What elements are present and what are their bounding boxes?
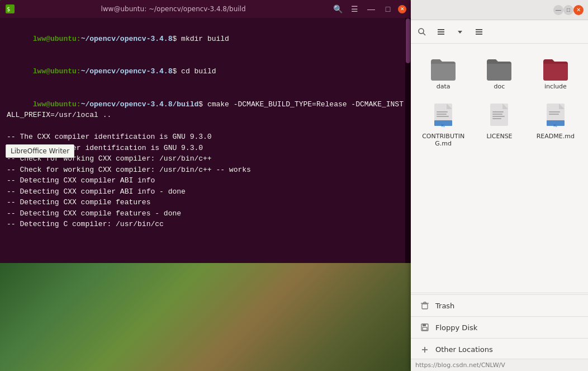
terminal-maximize-button[interactable]: □ [381,2,395,16]
file-item-readme[interactable]: M↓ README.md [530,99,581,152]
svg-line-3 [423,33,425,35]
sidebar-item-trash[interactable]: Trash [411,296,588,315]
sidebar-trash-label: Trash [435,302,454,310]
terminal-body: lww@ubuntu:~/opencv/opencv-3.4.8$ mkdir … [0,18,411,263]
floppy-disk-icon [420,322,430,332]
svg-rect-10 [476,34,482,35]
fm-list-view-button[interactable] [432,23,450,41]
svg-text:M↓: M↓ [442,124,445,128]
sidebar-divider [411,294,588,295]
svg-rect-33 [423,324,426,326]
terminal-line: -- Detecting CXX compile features - done [7,208,404,219]
file-label-include: include [544,83,567,90]
svg-rect-9 [476,31,482,32]
sidebar-floppy-label: Floppy Disk [435,323,477,332]
fm-maximize-button[interactable]: □ [563,5,573,15]
terminal-close-button[interactable]: ✕ [398,5,406,13]
terminal-line: -- Detecting CXX compiler ABI info - don… [7,186,404,198]
svg-rect-20 [492,116,505,117]
file-item-license[interactable]: LICENSE [473,99,525,152]
trash-icon [420,300,430,311]
file-label-doc: doc [494,83,505,90]
sidebar-divider [411,316,588,317]
svg-rect-25 [549,111,560,112]
terminal-icon: $ [4,3,16,15]
file-item-contributing[interactable]: M↓ CONTRIBUTING.md [418,99,469,152]
svg-rect-21 [492,118,501,119]
terminal-search-button[interactable]: 🔍 [331,2,344,16]
terminal-line: -- Detecting C compiler: /usr/bin/cc [7,219,404,230]
svg-text:M↓: M↓ [553,124,557,128]
terminal-minimize-button[interactable]: — [364,2,378,16]
terminal-line: -- The CXX compiler identification is GN… [7,132,404,143]
folder-icon-doc [486,57,513,81]
file-icon-readme: M↓ [544,104,567,130]
file-icon-license [488,104,510,130]
svg-marker-7 [458,31,462,34]
svg-rect-15 [437,114,447,115]
terminal-line: lww@ubuntu:~/opencv/opencv-3.4.8/build$ … [7,88,404,132]
terminal-line: -- Detecting CXX compile features [7,197,404,208]
svg-text:$: $ [7,6,10,12]
fm-spacer [411,161,588,293]
svg-rect-18 [492,111,504,112]
svg-rect-8 [476,29,482,30]
file-label-data: data [437,83,451,90]
svg-rect-14 [437,111,448,112]
svg-rect-26 [549,114,559,115]
terminal-window-buttons[interactable]: 🔍 ☰ — □ ✕ [331,2,406,16]
svg-rect-6 [438,34,444,35]
terminal-title: lww@ubuntu: ~/opencv/opencv-3.4.8/build [16,5,331,13]
fm-menu-button[interactable] [470,23,488,41]
folder-icon-include [542,57,569,81]
terminal-line: -- Check for working CXX compiler: /usr/… [7,165,404,176]
terminal-scrollbar[interactable] [405,18,411,263]
terminal-titlebar: $ lww@ubuntu: ~/opencv/opencv-3.4.8/buil… [0,0,411,18]
terminal-line: lww@ubuntu:~/opencv/opencv-3.4.8$ cd bui… [7,55,404,88]
terminal-scrollbar-thumb[interactable] [406,18,410,63]
libreoffice-tooltip: LibreOffice Writer [6,144,74,158]
svg-rect-16 [437,116,449,117]
file-icon-contributing: M↓ [432,104,454,130]
svg-rect-34 [423,327,427,330]
fm-minimize-button[interactable]: — [553,5,563,15]
desktop-background [0,263,411,371]
sidebar-item-other-locations[interactable]: + Other Locations [411,340,588,359]
fm-close-button[interactable]: ✕ [573,5,584,15]
svg-point-2 [419,29,424,34]
terminal-menu-button[interactable]: ☰ [348,2,361,16]
file-manager-sidebar: Trash Floppy Disk + Other Locations [411,293,588,359]
other-locations-icon: + [420,344,430,354]
svg-rect-4 [438,29,444,30]
file-label-license: LICENSE [486,133,512,140]
file-item-doc[interactable]: doc [473,53,525,95]
terminal-window[interactable]: $ lww@ubuntu: ~/opencv/opencv-3.4.8/buil… [0,0,411,263]
file-item-include[interactable]: include [530,53,581,95]
file-manager-statusbar: https://blog.csdn.net/CNLW/V [411,359,588,371]
file-manager[interactable]: — □ ✕ [411,0,588,371]
sidebar-other-locations-label: Other Locations [435,345,493,354]
file-manager-grid: data doc include [411,44,588,161]
fm-search-button[interactable] [413,23,431,41]
svg-rect-5 [438,31,444,32]
file-label-contributing: CONTRIBUTING.md [421,133,466,147]
sidebar-item-floppy[interactable]: Floppy Disk [411,318,588,337]
file-item-data[interactable]: data [418,53,469,95]
svg-rect-27 [422,304,428,309]
terminal-line: -- Detecting CXX compiler ABI info [7,175,404,186]
file-label-readme: README.md [537,133,575,140]
svg-rect-19 [492,114,502,115]
fm-sort-dropdown-button[interactable] [451,23,469,41]
file-manager-toolbar [411,20,588,44]
terminal-controls[interactable]: $ [4,3,16,15]
folder-icon-data [430,57,457,81]
sidebar-divider [411,338,588,339]
terminal-line: lww@ubuntu:~/opencv/opencv-3.4.8$ mkdir … [7,22,404,55]
file-manager-titlebar: — □ ✕ [411,0,588,20]
